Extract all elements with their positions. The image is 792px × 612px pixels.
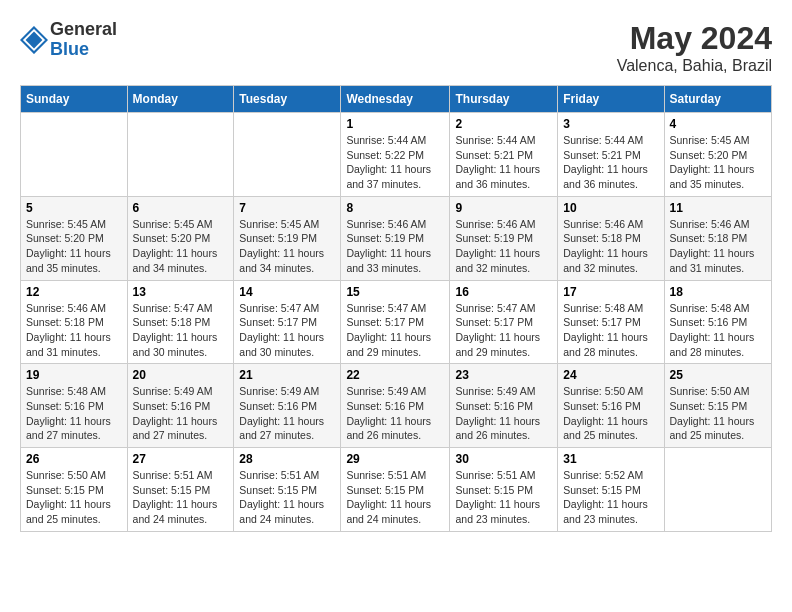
calendar-cell: 30Sunrise: 5:51 AM Sunset: 5:15 PM Dayli…	[450, 448, 558, 532]
title-block: May 2024 Valenca, Bahia, Brazil	[617, 20, 772, 75]
calendar-cell	[127, 113, 234, 197]
calendar-cell: 15Sunrise: 5:47 AM Sunset: 5:17 PM Dayli…	[341, 280, 450, 364]
logo-blue-text: Blue	[50, 40, 117, 60]
calendar-cell: 4Sunrise: 5:45 AM Sunset: 5:20 PM Daylig…	[664, 113, 772, 197]
day-number: 20	[133, 368, 229, 382]
weekday-header: Saturday	[664, 86, 772, 113]
day-detail: Sunrise: 5:47 AM Sunset: 5:17 PM Dayligh…	[346, 301, 444, 360]
calendar-cell: 18Sunrise: 5:48 AM Sunset: 5:16 PM Dayli…	[664, 280, 772, 364]
calendar-cell: 7Sunrise: 5:45 AM Sunset: 5:19 PM Daylig…	[234, 196, 341, 280]
calendar-cell: 24Sunrise: 5:50 AM Sunset: 5:16 PM Dayli…	[558, 364, 664, 448]
day-detail: Sunrise: 5:51 AM Sunset: 5:15 PM Dayligh…	[239, 468, 335, 527]
day-detail: Sunrise: 5:52 AM Sunset: 5:15 PM Dayligh…	[563, 468, 658, 527]
day-detail: Sunrise: 5:51 AM Sunset: 5:15 PM Dayligh…	[455, 468, 552, 527]
day-detail: Sunrise: 5:51 AM Sunset: 5:15 PM Dayligh…	[346, 468, 444, 527]
calendar-cell: 14Sunrise: 5:47 AM Sunset: 5:17 PM Dayli…	[234, 280, 341, 364]
calendar-cell: 11Sunrise: 5:46 AM Sunset: 5:18 PM Dayli…	[664, 196, 772, 280]
day-number: 25	[670, 368, 767, 382]
calendar-cell: 20Sunrise: 5:49 AM Sunset: 5:16 PM Dayli…	[127, 364, 234, 448]
day-number: 5	[26, 201, 122, 215]
day-number: 27	[133, 452, 229, 466]
calendar-cell: 2Sunrise: 5:44 AM Sunset: 5:21 PM Daylig…	[450, 113, 558, 197]
calendar-cell: 29Sunrise: 5:51 AM Sunset: 5:15 PM Dayli…	[341, 448, 450, 532]
calendar-cell: 1Sunrise: 5:44 AM Sunset: 5:22 PM Daylig…	[341, 113, 450, 197]
day-number: 31	[563, 452, 658, 466]
day-detail: Sunrise: 5:50 AM Sunset: 5:16 PM Dayligh…	[563, 384, 658, 443]
day-number: 30	[455, 452, 552, 466]
day-number: 10	[563, 201, 658, 215]
calendar-cell: 25Sunrise: 5:50 AM Sunset: 5:15 PM Dayli…	[664, 364, 772, 448]
calendar-cell: 5Sunrise: 5:45 AM Sunset: 5:20 PM Daylig…	[21, 196, 128, 280]
calendar-week-row: 1Sunrise: 5:44 AM Sunset: 5:22 PM Daylig…	[21, 113, 772, 197]
calendar-cell: 9Sunrise: 5:46 AM Sunset: 5:19 PM Daylig…	[450, 196, 558, 280]
calendar-week-row: 26Sunrise: 5:50 AM Sunset: 5:15 PM Dayli…	[21, 448, 772, 532]
logo-text: General Blue	[50, 20, 117, 60]
calendar-cell: 3Sunrise: 5:44 AM Sunset: 5:21 PM Daylig…	[558, 113, 664, 197]
day-detail: Sunrise: 5:45 AM Sunset: 5:20 PM Dayligh…	[670, 133, 767, 192]
weekday-header: Sunday	[21, 86, 128, 113]
day-number: 7	[239, 201, 335, 215]
day-detail: Sunrise: 5:50 AM Sunset: 5:15 PM Dayligh…	[26, 468, 122, 527]
day-detail: Sunrise: 5:46 AM Sunset: 5:19 PM Dayligh…	[455, 217, 552, 276]
calendar-cell: 10Sunrise: 5:46 AM Sunset: 5:18 PM Dayli…	[558, 196, 664, 280]
calendar-cell	[234, 113, 341, 197]
day-number: 8	[346, 201, 444, 215]
day-number: 1	[346, 117, 444, 131]
day-number: 24	[563, 368, 658, 382]
day-number: 18	[670, 285, 767, 299]
calendar-cell: 22Sunrise: 5:49 AM Sunset: 5:16 PM Dayli…	[341, 364, 450, 448]
day-detail: Sunrise: 5:44 AM Sunset: 5:22 PM Dayligh…	[346, 133, 444, 192]
weekday-header: Wednesday	[341, 86, 450, 113]
calendar-week-row: 5Sunrise: 5:45 AM Sunset: 5:20 PM Daylig…	[21, 196, 772, 280]
day-number: 11	[670, 201, 767, 215]
day-number: 29	[346, 452, 444, 466]
day-number: 15	[346, 285, 444, 299]
calendar-cell: 19Sunrise: 5:48 AM Sunset: 5:16 PM Dayli…	[21, 364, 128, 448]
day-detail: Sunrise: 5:48 AM Sunset: 5:16 PM Dayligh…	[670, 301, 767, 360]
calendar-cell: 27Sunrise: 5:51 AM Sunset: 5:15 PM Dayli…	[127, 448, 234, 532]
day-detail: Sunrise: 5:50 AM Sunset: 5:15 PM Dayligh…	[670, 384, 767, 443]
day-detail: Sunrise: 5:48 AM Sunset: 5:16 PM Dayligh…	[26, 384, 122, 443]
day-detail: Sunrise: 5:49 AM Sunset: 5:16 PM Dayligh…	[133, 384, 229, 443]
weekday-header-row: SundayMondayTuesdayWednesdayThursdayFrid…	[21, 86, 772, 113]
day-number: 6	[133, 201, 229, 215]
day-detail: Sunrise: 5:44 AM Sunset: 5:21 PM Dayligh…	[455, 133, 552, 192]
calendar-cell: 23Sunrise: 5:49 AM Sunset: 5:16 PM Dayli…	[450, 364, 558, 448]
weekday-header: Tuesday	[234, 86, 341, 113]
calendar-cell: 26Sunrise: 5:50 AM Sunset: 5:15 PM Dayli…	[21, 448, 128, 532]
day-detail: Sunrise: 5:51 AM Sunset: 5:15 PM Dayligh…	[133, 468, 229, 527]
day-number: 26	[26, 452, 122, 466]
day-detail: Sunrise: 5:45 AM Sunset: 5:20 PM Dayligh…	[26, 217, 122, 276]
calendar-table: SundayMondayTuesdayWednesdayThursdayFrid…	[20, 85, 772, 532]
day-detail: Sunrise: 5:49 AM Sunset: 5:16 PM Dayligh…	[346, 384, 444, 443]
day-number: 13	[133, 285, 229, 299]
logo-general-text: General	[50, 20, 117, 40]
logo: General Blue	[20, 20, 117, 60]
day-number: 17	[563, 285, 658, 299]
day-detail: Sunrise: 5:49 AM Sunset: 5:16 PM Dayligh…	[455, 384, 552, 443]
calendar-cell: 13Sunrise: 5:47 AM Sunset: 5:18 PM Dayli…	[127, 280, 234, 364]
day-detail: Sunrise: 5:46 AM Sunset: 5:18 PM Dayligh…	[670, 217, 767, 276]
weekday-header: Thursday	[450, 86, 558, 113]
day-detail: Sunrise: 5:47 AM Sunset: 5:17 PM Dayligh…	[455, 301, 552, 360]
day-detail: Sunrise: 5:45 AM Sunset: 5:20 PM Dayligh…	[133, 217, 229, 276]
calendar-cell: 17Sunrise: 5:48 AM Sunset: 5:17 PM Dayli…	[558, 280, 664, 364]
day-number: 22	[346, 368, 444, 382]
calendar-cell: 12Sunrise: 5:46 AM Sunset: 5:18 PM Dayli…	[21, 280, 128, 364]
calendar-cell: 16Sunrise: 5:47 AM Sunset: 5:17 PM Dayli…	[450, 280, 558, 364]
day-number: 21	[239, 368, 335, 382]
day-number: 14	[239, 285, 335, 299]
day-number: 19	[26, 368, 122, 382]
day-number: 28	[239, 452, 335, 466]
day-detail: Sunrise: 5:46 AM Sunset: 5:18 PM Dayligh…	[26, 301, 122, 360]
day-detail: Sunrise: 5:46 AM Sunset: 5:19 PM Dayligh…	[346, 217, 444, 276]
day-number: 9	[455, 201, 552, 215]
day-detail: Sunrise: 5:46 AM Sunset: 5:18 PM Dayligh…	[563, 217, 658, 276]
calendar-cell: 21Sunrise: 5:49 AM Sunset: 5:16 PM Dayli…	[234, 364, 341, 448]
day-detail: Sunrise: 5:45 AM Sunset: 5:19 PM Dayligh…	[239, 217, 335, 276]
calendar-week-row: 19Sunrise: 5:48 AM Sunset: 5:16 PM Dayli…	[21, 364, 772, 448]
day-number: 2	[455, 117, 552, 131]
day-number: 4	[670, 117, 767, 131]
day-detail: Sunrise: 5:47 AM Sunset: 5:18 PM Dayligh…	[133, 301, 229, 360]
weekday-header: Monday	[127, 86, 234, 113]
